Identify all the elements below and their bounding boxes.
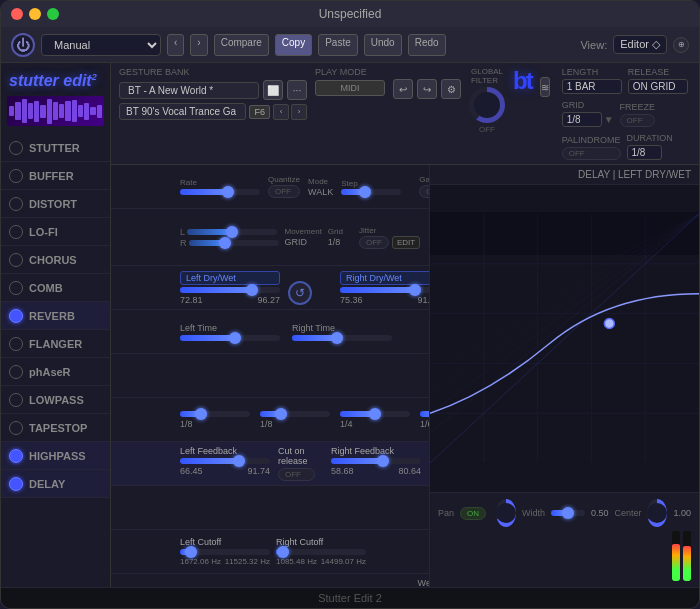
length-selector[interactable]: 1 BAR <box>562 79 622 94</box>
delay-toggle[interactable] <box>9 477 23 491</box>
phaser-right-slider[interactable] <box>276 549 366 555</box>
lofi-left-thumb[interactable] <box>229 332 241 344</box>
distort-controls: Left Dry/Wet 72.81 96.27 <box>180 271 429 305</box>
undo-icon[interactable]: ↩ <box>393 79 413 99</box>
comb-l1-thumb[interactable] <box>195 408 207 420</box>
buffer-r-slider[interactable] <box>189 240 279 246</box>
sidebar-item-tapestop[interactable]: TAPESTOP <box>1 414 110 442</box>
reverb-right-slider[interactable] <box>331 458 421 464</box>
duration-selector[interactable]: 1/8 <box>627 145 662 160</box>
lofi-right-slider[interactable] <box>292 335 392 341</box>
viz-width-slider[interactable] <box>551 510 585 516</box>
power-button[interactable]: ⏻ <box>11 33 35 57</box>
grid-selector[interactable]: 1/8 <box>562 112 602 127</box>
global-filter-knob[interactable] <box>469 87 505 123</box>
gesture-bank-menu-icon[interactable]: ··· <box>287 80 307 100</box>
highpass-toggle[interactable] <box>9 449 23 463</box>
tapestop-toggle[interactable] <box>9 421 23 435</box>
freeze-toggle[interactable]: OFF <box>620 114 656 127</box>
buffer-l-slider[interactable] <box>187 229 277 235</box>
reverb-left-thumb[interactable] <box>233 455 245 467</box>
distort-right-slider[interactable] <box>340 287 429 293</box>
reverb-cor-toggle[interactable]: OFF <box>278 468 315 481</box>
undo-button[interactable]: Undo <box>364 34 402 56</box>
sidebar-item-stutter[interactable]: STUTTER <box>1 134 110 162</box>
lofi-left-slider[interactable] <box>180 335 280 341</box>
stutter-quantize-toggle[interactable]: OFF <box>268 185 300 198</box>
bt-extra-icon[interactable]: ≋ <box>540 77 550 97</box>
comb-toggle[interactable] <box>9 281 23 295</box>
flanger-toggle[interactable] <box>9 337 23 351</box>
sidebar-item-highpass[interactable]: HIGHPASS <box>1 442 110 470</box>
sidebar-item-reverb[interactable]: REVERB <box>1 302 110 330</box>
maximize-button[interactable] <box>47 8 59 20</box>
distort-toggle[interactable] <box>9 197 23 211</box>
viz-pan-toggle[interactable]: ON <box>460 507 486 520</box>
sidebar-item-lowpass[interactable]: LOWPASS <box>1 386 110 414</box>
view-selector[interactable]: Editor ◇ <box>613 35 667 54</box>
phaser-left-slider[interactable] <box>180 549 270 555</box>
phaser-right-thumb[interactable] <box>277 546 289 558</box>
viz-pan-knob[interactable] <box>496 499 516 527</box>
distort-right-thumb[interactable] <box>409 284 421 296</box>
compare-button[interactable]: Compare <box>214 34 269 56</box>
buffer-jitter-toggle[interactable]: OFF <box>359 236 389 249</box>
comb-l2-slider[interactable] <box>340 411 410 417</box>
sidebar-item-lofi[interactable]: LO-FI <box>1 218 110 246</box>
flanger-label: FLANGER <box>29 338 82 350</box>
sidebar-item-chorus[interactable]: CHORUS <box>1 246 110 274</box>
preset-dropdown[interactable]: Manual <box>41 34 161 56</box>
settings-icon[interactable]: ⚙ <box>441 79 461 99</box>
preset-prev-arrow[interactable]: ‹ <box>273 104 289 120</box>
stutter-step-thumb[interactable] <box>359 186 371 198</box>
distort-left-thumb[interactable] <box>246 284 258 296</box>
comb-r1-slider[interactable] <box>260 411 330 417</box>
stutter-gate-toggle[interactable]: OFF <box>419 185 429 198</box>
lowpass-toggle[interactable] <box>9 393 23 407</box>
stutter-rate-thumb[interactable] <box>222 186 234 198</box>
reverb-toggle[interactable] <box>9 309 23 323</box>
palindrome-toggle[interactable]: OFF <box>562 147 621 160</box>
sidebar-item-delay[interactable]: DELAY <box>1 470 110 498</box>
buffer-r-thumb[interactable] <box>219 237 231 249</box>
sidebar-item-buffer[interactable]: BUFFER <box>1 162 110 190</box>
viz-width-thumb[interactable] <box>562 507 574 519</box>
sidebar-item-phaser[interactable]: phAseR <box>1 358 110 386</box>
paste-button[interactable]: Paste <box>318 34 358 56</box>
comb-r1-thumb[interactable] <box>275 408 287 420</box>
reverb-left-slider[interactable] <box>180 458 270 464</box>
close-button[interactable] <box>11 8 23 20</box>
buffer-l-thumb[interactable] <box>226 226 238 238</box>
release-selector[interactable]: ON GRID <box>628 79 688 94</box>
preset-next-arrow[interactable]: › <box>291 104 307 120</box>
sidebar-item-distort[interactable]: DISTORT <box>1 190 110 218</box>
play-mode-midi[interactable]: MIDI <box>315 80 385 96</box>
lofi-right-thumb[interactable] <box>331 332 343 344</box>
viz-center-knob[interactable] <box>647 499 667 527</box>
minimize-button[interactable] <box>29 8 41 20</box>
comb-r2-slider[interactable] <box>420 411 429 417</box>
distort-left-slider[interactable] <box>180 287 280 293</box>
reverb-right-thumb[interactable] <box>377 455 389 467</box>
stutter-toggle[interactable] <box>9 141 23 155</box>
buffer-toggle[interactable] <box>9 169 23 183</box>
phaser-left-thumb[interactable] <box>185 546 197 558</box>
gesture-bank-folder-icon[interactable]: ⬜ <box>263 80 283 100</box>
nav-prev-button[interactable]: ‹ <box>167 34 184 56</box>
extra-icon[interactable]: ⊕ <box>673 37 689 53</box>
phaser-toggle[interactable] <box>9 365 23 379</box>
lofi-toggle[interactable] <box>9 225 23 239</box>
sidebar-item-flanger[interactable]: FLANGER <box>1 330 110 358</box>
buffer-jitter-edit[interactable]: EDIT <box>392 236 420 249</box>
comb-l1-slider[interactable] <box>180 411 250 417</box>
stutter-rate-slider[interactable] <box>180 189 260 195</box>
nav-next-button[interactable]: › <box>190 34 207 56</box>
chorus-toggle[interactable] <box>9 253 23 267</box>
comb-l2-thumb[interactable] <box>369 408 381 420</box>
stutter-step-slider[interactable] <box>341 189 401 195</box>
sidebar-item-comb[interactable]: COMB <box>1 274 110 302</box>
redo-button[interactable]: Redo <box>408 34 446 56</box>
distort-cycle-icon[interactable]: ↺ <box>288 281 312 305</box>
redo-icon[interactable]: ↪ <box>417 79 437 99</box>
copy-button[interactable]: Copy <box>275 34 312 56</box>
